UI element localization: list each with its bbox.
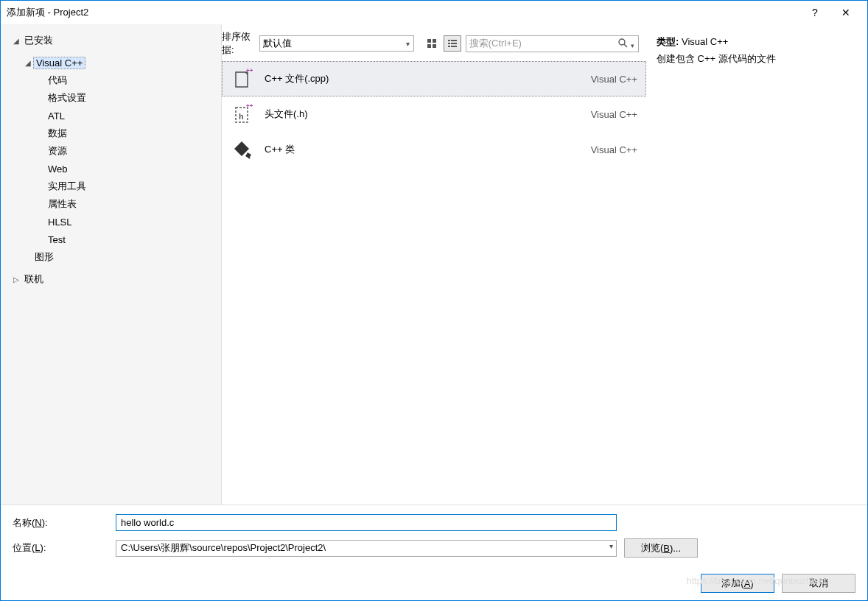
svg-line-11 (624, 44, 627, 47)
center-toolbar: 排序依据: 默认值 (222, 24, 646, 61)
svg-rect-8 (448, 46, 450, 47)
template-name: C++ 文件(.cpp) (265, 72, 581, 85)
svg-rect-2 (427, 44, 431, 48)
svg-rect-9 (451, 46, 457, 47)
template-name: C++ 类 (265, 143, 581, 156)
template-name: 头文件(.h) (265, 108, 581, 121)
name-field[interactable] (116, 514, 617, 531)
cpp-file-icon: ++ (231, 67, 254, 91)
template-category: Visual C++ (591, 144, 637, 155)
tree-item[interactable]: 数据 (1, 124, 221, 142)
tree-item[interactable]: Test (1, 231, 221, 248)
svg-rect-4 (448, 40, 450, 41)
tree-item[interactable]: 实用工具 (1, 178, 221, 195)
titlebar: 添加新项 - Project2 ? ✕ (1, 1, 867, 24)
search-icon[interactable]: ▾ (617, 38, 634, 50)
tree-item[interactable]: 资源 (1, 142, 221, 160)
sort-label: 排序依据: (222, 30, 255, 57)
location-field[interactable] (116, 540, 617, 557)
close-button[interactable]: ✕ (830, 1, 861, 24)
chevron-down-icon: ◢ (23, 59, 33, 67)
template-category: Visual C++ (591, 74, 637, 85)
svg-point-10 (619, 39, 625, 45)
template-item[interactable]: ++C++ 文件(.cpp)Visual C++ (222, 61, 646, 96)
cpp-class-icon (231, 138, 254, 161)
template-category: Visual C++ (591, 109, 637, 120)
svg-rect-13 (236, 72, 248, 87)
search-input[interactable]: 搜索(Ctrl+E) ▾ (466, 35, 639, 52)
tree-item[interactable]: 代码 (1, 71, 221, 89)
svg-rect-1 (433, 39, 436, 43)
help-button[interactable]: ? (799, 1, 830, 24)
tree-visual-cpp[interactable]: ◢ Visual C++ (1, 54, 221, 71)
sort-dropdown[interactable]: 默认值 (259, 35, 414, 52)
svg-rect-5 (451, 40, 457, 41)
main-area: ◢ 已安装 ◢ Visual C++ 代码格式设置ATL数据资源Web实用工具属… (1, 24, 867, 505)
chevron-right-icon: ▷ (11, 275, 21, 284)
tree-installed[interactable]: ◢ 已安装 (1, 32, 221, 49)
chevron-down-icon: ◢ (11, 37, 21, 45)
template-item[interactable]: ++h头文件(.h)Visual C++ (222, 96, 646, 132)
category-tree: ◢ 已安装 ◢ Visual C++ 代码格式设置ATL数据资源Web实用工具属… (1, 24, 222, 505)
tree-item[interactable]: 格式设置 (1, 89, 221, 107)
svg-rect-0 (427, 39, 431, 43)
name-label: 名称(N): (13, 516, 108, 530)
footer-buttons: 添加(A) 取消 (1, 572, 867, 600)
add-button[interactable]: 添加(A) (701, 574, 774, 593)
grid-icon (427, 38, 437, 49)
bottom-form: 名称(N): 位置(L): ▾ 浏览(B)... (1, 505, 867, 572)
window-title: 添加新项 - Project2 (7, 6, 799, 19)
details-panel: 类型: Visual C++ 创建包含 C++ 源代码的文件 (646, 24, 867, 505)
template-item[interactable]: C++ 类Visual C++ (222, 132, 646, 167)
center-panel: 排序依据: 默认值 (222, 24, 646, 505)
h-file-icon: ++h (231, 102, 254, 126)
tree-graphics[interactable]: 图形 (1, 248, 221, 266)
svg-rect-7 (451, 43, 457, 44)
svg-rect-3 (433, 44, 436, 48)
chevron-down-icon[interactable]: ▾ (609, 542, 613, 550)
tree-online[interactable]: ▷ 联机 (1, 270, 221, 288)
browse-button[interactable]: 浏览(B)... (624, 538, 698, 558)
tree-item[interactable]: ATL (1, 107, 221, 124)
template-list: ++C++ 文件(.cpp)Visual C++++h头文件(.h)Visual… (222, 61, 646, 505)
details-type: 类型: Visual C++ (657, 33, 857, 50)
details-description: 创建包含 C++ 源代码的文件 (657, 50, 857, 67)
cancel-button[interactable]: 取消 (782, 574, 855, 593)
view-details[interactable] (444, 35, 461, 52)
view-large-icons[interactable] (423, 35, 441, 52)
tree-item[interactable]: 属性表 (1, 195, 221, 213)
location-label: 位置(L): (13, 541, 108, 555)
svg-rect-6 (448, 43, 450, 44)
tree-item[interactable]: HLSL (1, 213, 221, 231)
search-placeholder: 搜索(Ctrl+E) (469, 37, 522, 50)
list-icon (447, 38, 458, 49)
svg-text:h: h (239, 112, 244, 121)
sort-value: 默认值 (263, 37, 292, 50)
tree-item[interactable]: Web (1, 160, 221, 178)
